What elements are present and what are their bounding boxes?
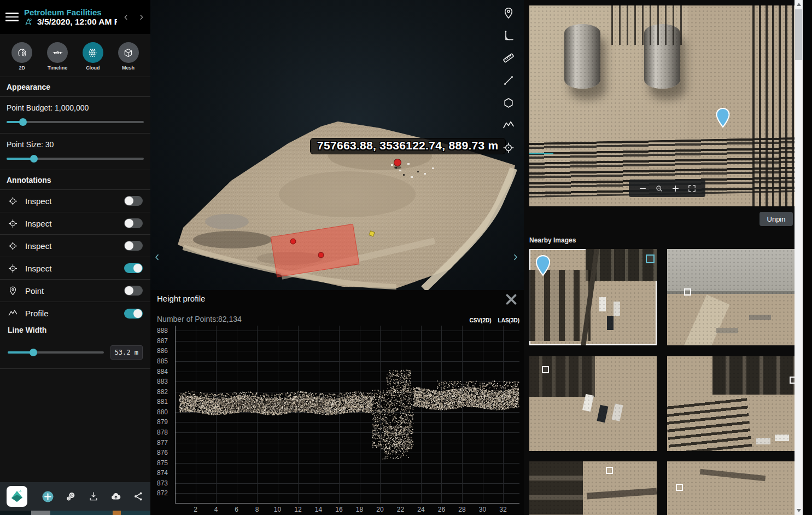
app-logo[interactable] bbox=[7, 486, 27, 507]
height-profile-canvas[interactable] bbox=[175, 326, 519, 504]
line-width-slider-thumb[interactable] bbox=[30, 349, 37, 356]
line-width-value: 53.2 m bbox=[110, 345, 143, 360]
dataset-selector[interactable]: 3/5/2020, 12:00 AM F... bbox=[24, 17, 117, 27]
y-tick-label: 888 bbox=[157, 327, 168, 334]
x-tick-label: 28 bbox=[458, 506, 465, 513]
x-tick-label: 6 bbox=[235, 506, 238, 513]
timeline-strip-teal-segment[interactable] bbox=[50, 511, 113, 515]
sidebar: Petroleum Facilities 3/5/2020, 12:00 AM … bbox=[0, 0, 150, 511]
tool-place-point-button[interactable] bbox=[502, 7, 515, 20]
x-axis: 2468101214161820222426283032 bbox=[175, 506, 519, 514]
scroll-up-arrow-icon[interactable] bbox=[797, 3, 801, 6]
close-icon[interactable] bbox=[504, 292, 518, 306]
inspect-3-toggle[interactable] bbox=[124, 241, 143, 251]
tool-ruler-button[interactable] bbox=[502, 51, 515, 65]
settings-gear-icon[interactable] bbox=[66, 491, 77, 502]
point-budget-slider-thumb[interactable] bbox=[19, 118, 27, 126]
profile-toggle[interactable] bbox=[124, 309, 143, 319]
next-dataset-icon[interactable] bbox=[138, 14, 145, 21]
inspect-1-toggle[interactable] bbox=[124, 196, 143, 206]
profile-endpoint-marker[interactable] bbox=[290, 239, 296, 244]
point-annotation-sphere[interactable] bbox=[394, 159, 401, 166]
nearby-image-thumbnail[interactable] bbox=[529, 461, 657, 515]
viewport-prev-icon[interactable] bbox=[153, 251, 161, 264]
nearby-image-thumbnail[interactable] bbox=[667, 461, 795, 515]
nearby-image-thumbnail[interactable] bbox=[667, 356, 795, 451]
y-tick-label: 874 bbox=[157, 469, 168, 477]
tool-inspect-target-button[interactable] bbox=[502, 141, 515, 154]
y-tick-label: 884 bbox=[157, 368, 168, 375]
y-tick-label: 872 bbox=[157, 489, 168, 497]
point-cloud-viewport[interactable]: 757663.88, 3536122.74, 889.73 m bbox=[150, 0, 524, 290]
mode-2d-button[interactable]: 2D bbox=[11, 42, 32, 71]
point-size-slider-thumb[interactable] bbox=[30, 155, 38, 163]
sidebar-actions bbox=[42, 490, 144, 503]
point-budget-label: Point Budget: 1,000,000 bbox=[7, 103, 144, 112]
x-tick-label: 2 bbox=[194, 506, 197, 513]
magnifier-icon[interactable] bbox=[655, 184, 664, 193]
annotation-label: Point bbox=[25, 286, 117, 296]
target-icon bbox=[8, 241, 18, 251]
unpin-button[interactable]: Unpin bbox=[760, 212, 793, 226]
point-toggle[interactable] bbox=[124, 286, 143, 296]
point-cloud-icon bbox=[87, 47, 98, 59]
timeline-strip-orange-segment[interactable] bbox=[113, 511, 121, 515]
inspect-2-toggle[interactable] bbox=[124, 218, 143, 228]
pinned-image-viewer[interactable] bbox=[529, 5, 795, 206]
mode-2d-label: 2D bbox=[19, 65, 26, 71]
x-tick-label: 30 bbox=[479, 506, 486, 513]
export-las-button[interactable]: LAS(3D) bbox=[498, 317, 519, 323]
nearby-image-thumbnail[interactable] bbox=[529, 356, 657, 451]
target-icon bbox=[8, 263, 18, 274]
add-icon[interactable] bbox=[42, 490, 54, 503]
point-budget-slider[interactable] bbox=[7, 121, 144, 123]
scroll-down-arrow-icon[interactable] bbox=[797, 509, 801, 512]
tool-angle-measure-button[interactable] bbox=[502, 29, 515, 42]
tool-distance-line-button[interactable] bbox=[502, 74, 515, 87]
export-csv-button[interactable]: CSV(2D) bbox=[470, 317, 492, 323]
mode-cloud-button[interactable]: Cloud bbox=[83, 42, 103, 71]
annotation-row-point: Point bbox=[0, 279, 150, 302]
x-tick-label: 22 bbox=[397, 506, 404, 513]
profile-endpoint-marker[interactable] bbox=[318, 252, 324, 258]
point-size-slider[interactable] bbox=[7, 158, 144, 160]
points-count-label: Number of Points:82,134 bbox=[157, 315, 242, 323]
profile-chart[interactable] bbox=[175, 326, 519, 504]
y-tick-label: 883 bbox=[157, 378, 168, 385]
timeline-icon bbox=[52, 47, 63, 59]
fullscreen-icon[interactable] bbox=[687, 184, 697, 193]
tool-polygon-button[interactable] bbox=[502, 96, 515, 109]
download-icon[interactable] bbox=[88, 491, 99, 502]
location-pin-icon bbox=[535, 254, 551, 276]
inspect-4-toggle[interactable] bbox=[124, 263, 143, 273]
tool-height-profile-button[interactable] bbox=[502, 119, 515, 132]
page-scrollbar[interactable] bbox=[795, 0, 803, 515]
zoom-out-icon[interactable] bbox=[638, 184, 647, 193]
fingerprint-icon bbox=[16, 47, 28, 59]
nearby-image-thumbnail[interactable] bbox=[529, 249, 657, 345]
y-tick-label: 876 bbox=[157, 449, 168, 456]
timeline-strip-gray-segment[interactable] bbox=[31, 511, 50, 515]
menu-icon[interactable] bbox=[5, 10, 19, 24]
mode-timeline-label: Timeline bbox=[48, 65, 67, 71]
share-icon[interactable] bbox=[133, 491, 144, 502]
line-width-slider[interactable] bbox=[8, 351, 104, 354]
timeline-strip-teal-segment[interactable] bbox=[121, 511, 155, 515]
scrollbar-thumb[interactable] bbox=[795, 9, 802, 60]
x-tick-label: 14 bbox=[315, 506, 322, 513]
nearby-image-thumbnail[interactable] bbox=[667, 249, 795, 345]
y-axis: 8728738748758768778788798808818828838848… bbox=[150, 326, 171, 504]
dataset-nav bbox=[122, 14, 145, 21]
pin-icon bbox=[8, 286, 18, 296]
cloud-upload-icon[interactable] bbox=[110, 491, 121, 502]
mode-cloud-label: Cloud bbox=[86, 65, 100, 71]
aerial-photo-texture bbox=[529, 461, 657, 515]
mode-timeline-button[interactable]: Timeline bbox=[47, 42, 68, 71]
y-tick-label: 878 bbox=[157, 429, 168, 436]
viewport-next-icon[interactable] bbox=[511, 251, 519, 264]
y-tick-label: 886 bbox=[157, 347, 168, 355]
mode-mesh-button[interactable]: Mesh bbox=[118, 42, 139, 71]
zoom-in-icon[interactable] bbox=[671, 184, 680, 193]
appearance-heading: Appearance bbox=[0, 77, 150, 96]
prev-dataset-icon[interactable] bbox=[122, 14, 130, 21]
